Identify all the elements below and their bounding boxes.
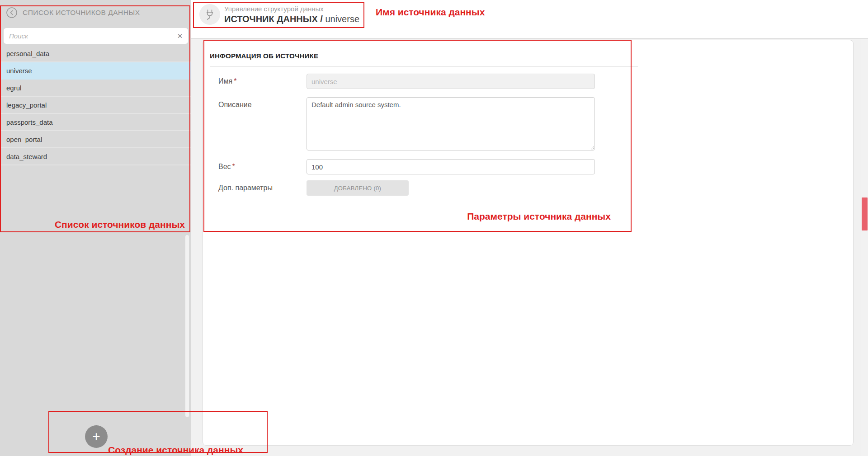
source-list: personal_data universe egrul legacy_port… bbox=[0, 45, 191, 165]
list-item-label: personal_data bbox=[6, 50, 49, 57]
list-item[interactable]: open_portal bbox=[0, 131, 191, 148]
name-input[interactable] bbox=[307, 74, 595, 89]
list-item[interactable]: universe bbox=[0, 62, 191, 80]
list-item-label: open_portal bbox=[6, 136, 42, 143]
field-row-params: Доп. параметры ДОБАВЛЕНО (0) bbox=[218, 180, 648, 196]
back-chevron-icon[interactable] bbox=[6, 7, 18, 19]
add-source-button[interactable]: + bbox=[85, 425, 108, 448]
list-item-label: passports_data bbox=[6, 118, 53, 126]
section-divider bbox=[210, 66, 638, 66]
description-field-label: Описание bbox=[218, 97, 307, 152]
search-input[interactable] bbox=[4, 28, 172, 44]
sidebar-scrollbar-thumb[interactable] bbox=[185, 235, 189, 417]
plus-icon: + bbox=[92, 430, 100, 443]
field-row-weight: Вес* bbox=[218, 159, 648, 174]
page-title: ИСТОЧНИК ДАННЫХ / universe bbox=[224, 14, 359, 24]
list-item[interactable]: passports_data bbox=[0, 114, 191, 131]
added-params-button[interactable]: ДОБАВЛЕНО (0) bbox=[307, 180, 409, 196]
field-row-description: Описание Default admin source system. bbox=[218, 97, 648, 152]
search-box: ✕ bbox=[4, 28, 188, 44]
section-title: ИНФОРМАЦИЯ ОБ ИСТОЧНИКЕ bbox=[210, 52, 318, 60]
header-texts: Управление структурой данных ИСТОЧНИК ДА… bbox=[224, 5, 359, 24]
list-item-label: universe bbox=[6, 67, 32, 75]
list-item[interactable]: data_steward bbox=[0, 148, 191, 165]
page-title-value: universe bbox=[325, 14, 359, 24]
list-item-label: legacy_portal bbox=[6, 101, 47, 109]
list-item-label: data_steward bbox=[6, 153, 47, 160]
source-form: Имя* Описание Default admin source syste… bbox=[218, 74, 648, 196]
page-header: Управление структурой данных ИСТОЧНИК ДА… bbox=[191, 0, 868, 39]
page-scrollbar-thumb[interactable] bbox=[862, 197, 868, 230]
plug-icon bbox=[199, 4, 220, 25]
list-item-label: egrul bbox=[6, 84, 21, 92]
page-title-main: ИСТОЧНИК ДАННЫХ / bbox=[224, 14, 323, 24]
name-field-label: Имя* bbox=[218, 74, 307, 89]
clear-search-icon[interactable]: ✕ bbox=[172, 32, 188, 40]
list-item[interactable]: egrul bbox=[0, 80, 191, 97]
source-info-panel: ИНФОРМАЦИЯ ОБ ИСТОЧНИКЕ Имя* Описание De… bbox=[203, 40, 854, 446]
description-textarea[interactable]: Default admin source system. bbox=[307, 97, 595, 150]
params-field-label: Доп. параметры bbox=[218, 180, 307, 196]
sidebar-header: СПИСОК ИСТОЧНИКОВ ДАННЫХ bbox=[0, 0, 191, 25]
weight-input[interactable] bbox=[307, 159, 595, 174]
breadcrumb: Управление структурой данных bbox=[224, 5, 359, 13]
field-row-name: Имя* bbox=[218, 74, 648, 89]
list-item[interactable]: legacy_portal bbox=[0, 97, 191, 114]
page-scrollbar-track[interactable] bbox=[861, 39, 868, 456]
weight-field-label: Вес* bbox=[218, 159, 307, 174]
data-sources-sidebar: СПИСОК ИСТОЧНИКОВ ДАННЫХ ✕ personal_data… bbox=[0, 0, 191, 456]
sidebar-title: СПИСОК ИСТОЧНИКОВ ДАННЫХ bbox=[23, 9, 140, 17]
list-item[interactable]: personal_data bbox=[0, 45, 191, 62]
